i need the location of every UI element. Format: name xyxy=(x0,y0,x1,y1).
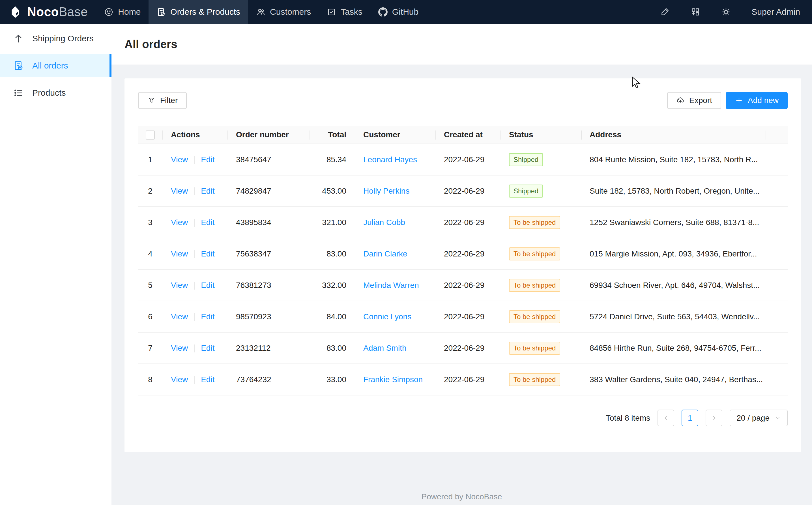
view-link[interactable]: View xyxy=(171,312,188,321)
customer-link[interactable]: Julian Cobb xyxy=(363,218,405,227)
customer-link[interactable]: Connie Lyons xyxy=(363,312,412,321)
customer-cell: Melinda Warren xyxy=(355,270,436,301)
column-header-total: Total xyxy=(309,126,355,144)
view-link[interactable]: View xyxy=(171,218,188,227)
nav-right: Super Admin xyxy=(660,0,812,24)
nav-item-home[interactable]: Home xyxy=(96,0,149,24)
plugin-manager-button[interactable] xyxy=(690,7,701,17)
team-icon xyxy=(256,7,265,17)
page-size-select[interactable]: 20 / page xyxy=(730,409,788,426)
user-menu[interactable]: Super Admin xyxy=(752,7,800,17)
settings-button[interactable] xyxy=(721,7,731,17)
export-button[interactable]: Export xyxy=(667,92,721,109)
nav-item-github[interactable]: GitHub xyxy=(370,0,427,24)
status-badge: Shipped xyxy=(509,185,543,198)
view-link[interactable]: View xyxy=(171,155,188,164)
export-button-label: Export xyxy=(689,96,712,105)
edit-link[interactable]: Edit xyxy=(201,375,215,384)
edit-link[interactable]: Edit xyxy=(201,281,215,290)
actions-divider xyxy=(194,250,195,258)
created-at-cell: 2022-06-29 xyxy=(436,207,501,238)
actions-divider xyxy=(194,313,195,321)
column-header-address: Address xyxy=(581,126,766,144)
edit-link[interactable]: Edit xyxy=(201,187,215,195)
view-link[interactable]: View xyxy=(171,249,188,258)
view-link[interactable]: View xyxy=(171,344,188,352)
actions-divider xyxy=(194,282,195,290)
brand-bold: Noco xyxy=(27,5,59,19)
trailing-cell xyxy=(766,301,788,332)
table-row: 1ViewEdit3847564785.34Leonard Hayes2022-… xyxy=(138,144,788,175)
actions-divider xyxy=(194,344,195,352)
page-size-value: 20 / page xyxy=(737,413,770,423)
nav-item-label: Home xyxy=(118,7,141,17)
nav-item-customers[interactable]: Customers xyxy=(248,0,319,24)
pagination-next-button[interactable] xyxy=(706,409,722,426)
address-cell: 84856 Hirthe Run, Suite 268, 94754-6705,… xyxy=(581,332,766,364)
nav-item-label: Customers xyxy=(270,7,311,17)
customer-link[interactable]: Adam Smith xyxy=(363,344,407,352)
pagination: Total 8 items 1 20 / page xyxy=(138,409,788,426)
status-cell: To be shipped xyxy=(501,301,581,332)
orders-card: Filter Export Add new xyxy=(124,78,801,452)
edit-link[interactable]: Edit xyxy=(201,312,215,321)
sidebar-item-shipping-orders[interactable]: Shipping Orders xyxy=(0,27,111,50)
file-done-icon xyxy=(157,7,166,17)
created-at-cell: 2022-06-29 xyxy=(436,144,501,175)
customer-link[interactable]: Darin Clarke xyxy=(363,249,408,258)
ui-editor-button[interactable] xyxy=(660,7,670,17)
created-at-cell: 2022-06-29 xyxy=(436,238,501,270)
view-link[interactable]: View xyxy=(171,187,188,195)
status-badge: To be shipped xyxy=(509,279,560,292)
nav-item-label: Tasks xyxy=(341,7,362,17)
trailing-cell xyxy=(766,364,788,395)
status-badge: To be shipped xyxy=(509,342,560,355)
total-cell: 321.00 xyxy=(309,207,355,238)
status-cell: Shipped xyxy=(501,144,581,175)
chevron-right-icon xyxy=(711,415,718,422)
sidebar-item-products[interactable]: Products xyxy=(0,81,111,104)
view-link[interactable]: View xyxy=(171,375,188,384)
sidebar-item-label: Shipping Orders xyxy=(32,34,94,43)
nav-item-label: Orders & Products xyxy=(170,7,240,17)
table-row: 4ViewEdit7563834783.00Darin Clarke2022-0… xyxy=(138,238,788,270)
select-all-checkbox[interactable] xyxy=(146,131,155,140)
chevron-down-icon xyxy=(775,415,781,421)
table-row: 2ViewEdit74829847453.00Holly Perkins2022… xyxy=(138,175,788,207)
arrow-up-icon xyxy=(13,33,24,44)
edit-link[interactable]: Edit xyxy=(201,218,215,227)
pagination-total: Total 8 items xyxy=(606,413,650,423)
status-cell: Shipped xyxy=(501,175,581,207)
nocobase-logo[interactable]: NocoBase xyxy=(0,0,96,24)
smile-icon xyxy=(104,7,113,17)
nav-item-label: GitHub xyxy=(392,7,419,17)
filter-button[interactable]: Filter xyxy=(138,92,187,109)
column-header-customer: Customer xyxy=(355,126,436,144)
check-square-icon xyxy=(327,7,336,17)
edit-link[interactable]: Edit xyxy=(201,155,215,164)
nav-item-tasks[interactable]: Tasks xyxy=(319,0,370,24)
plus-icon xyxy=(735,96,743,105)
customer-link[interactable]: Leonard Hayes xyxy=(363,155,417,164)
status-badge: To be shipped xyxy=(509,373,560,386)
brand-light: Base xyxy=(59,5,88,19)
customer-link[interactable]: Frankie Simpson xyxy=(363,375,423,384)
nav-item-orders-products[interactable]: Orders & Products xyxy=(149,0,248,24)
status-cell: To be shipped xyxy=(501,364,581,395)
column-header-order-number: Order number xyxy=(228,126,309,144)
table-header-row: Actions Order number Total Customer Crea… xyxy=(138,126,788,144)
edit-link[interactable]: Edit xyxy=(201,344,215,352)
add-new-button[interactable]: Add new xyxy=(726,92,788,109)
sidebar-item-all-orders[interactable]: All orders xyxy=(0,54,111,77)
pagination-prev-button[interactable] xyxy=(657,409,674,426)
row-actions: ViewEdit xyxy=(163,332,228,364)
customer-link[interactable]: Melinda Warren xyxy=(363,281,419,290)
edit-link[interactable]: Edit xyxy=(201,249,215,258)
trailing-cell xyxy=(766,144,788,175)
trailing-cell xyxy=(766,332,788,364)
pagination-page-1[interactable]: 1 xyxy=(682,409,698,426)
status-cell: To be shipped xyxy=(501,270,581,301)
view-link[interactable]: View xyxy=(171,281,188,290)
customer-link[interactable]: Holly Perkins xyxy=(363,187,410,195)
chevron-left-icon xyxy=(662,415,669,422)
